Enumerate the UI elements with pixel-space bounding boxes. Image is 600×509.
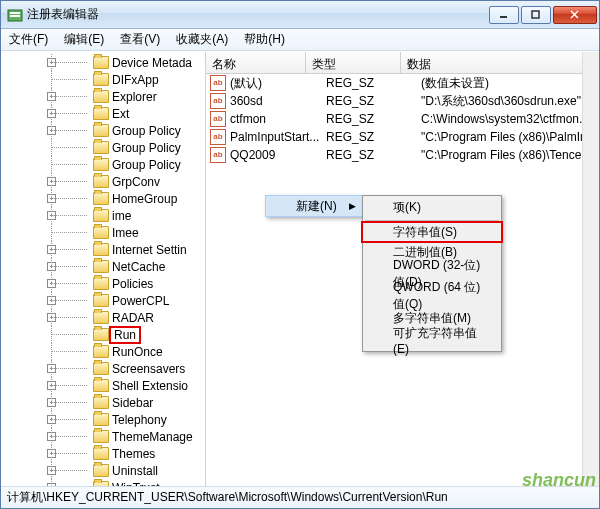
tree-label: WinTrust xyxy=(112,481,160,487)
ctx2-label: 可扩充字符串值(E) xyxy=(393,325,491,356)
tree-label: Screensavers xyxy=(112,362,185,376)
expander-icon[interactable]: + xyxy=(47,398,56,407)
expander-icon[interactable]: + xyxy=(47,126,56,135)
expander-icon[interactable]: + xyxy=(47,262,56,271)
tree-label: HomeGroup xyxy=(112,192,177,206)
tree-node[interactable]: RunOnce xyxy=(1,343,205,360)
menu-file[interactable]: 文件(F) xyxy=(1,28,56,51)
tree-node[interactable]: DIFxApp xyxy=(1,71,205,88)
expander-icon[interactable]: + xyxy=(47,364,56,373)
tree-label: Shell Extensio xyxy=(112,379,188,393)
status-path: 计算机\HKEY_CURRENT_USER\Software\Microsoft… xyxy=(7,489,448,506)
cell-type: REG_SZ xyxy=(326,130,421,144)
folder-icon xyxy=(93,430,109,443)
tree-node[interactable]: +Policies xyxy=(1,275,205,292)
tree-label: PowerCPL xyxy=(112,294,169,308)
folder-icon xyxy=(93,73,109,86)
expander-icon[interactable]: + xyxy=(47,109,56,118)
expander-icon[interactable]: + xyxy=(47,313,56,322)
tree-node[interactable]: Run xyxy=(1,326,205,343)
tree-label: ime xyxy=(112,209,131,223)
expander-icon[interactable]: + xyxy=(47,466,56,475)
folder-icon xyxy=(93,175,109,188)
tree-node[interactable]: +Screensavers xyxy=(1,360,205,377)
ctx-new[interactable]: 新建(N) ▶ xyxy=(265,195,363,217)
tree-node[interactable]: +HomeGroup xyxy=(1,190,205,207)
string-value-icon: ab xyxy=(210,93,226,109)
expander-icon[interactable]: + xyxy=(47,415,56,424)
expander-icon[interactable]: + xyxy=(47,279,56,288)
expander-icon[interactable]: + xyxy=(47,449,56,458)
expander-icon[interactable]: + xyxy=(47,92,56,101)
ctx2-item[interactable]: QWORD (64 位)值(Q) xyxy=(363,285,501,307)
tree-node[interactable]: +ime xyxy=(1,207,205,224)
menu-favorites[interactable]: 收藏夹(A) xyxy=(168,28,236,51)
menu-edit[interactable]: 编辑(E) xyxy=(56,28,112,51)
list-row[interactable]: ab(默认)REG_SZ(数值未设置) xyxy=(206,74,599,92)
context-menu-2[interactable]: 项(K)字符串值(S)二进制值(B)DWORD (32-位)值(D)QWORD … xyxy=(362,195,502,352)
context-menu-1[interactable]: 新建(N) ▶ xyxy=(265,195,363,217)
tree-label: Policies xyxy=(112,277,153,291)
tree-label: ThemeManage xyxy=(112,430,193,444)
cell-name: (默认) xyxy=(230,75,326,92)
tree-node[interactable]: +NetCache xyxy=(1,258,205,275)
list-row[interactable]: abctfmonREG_SZC:\Windows\system32\ctfmon… xyxy=(206,110,599,128)
tree-label: Group Policy xyxy=(112,141,181,155)
expander-icon[interactable]: + xyxy=(47,245,56,254)
statusbar: 计算机\HKEY_CURRENT_USER\Software\Microsoft… xyxy=(1,486,599,508)
tree-node[interactable]: +Device Metada xyxy=(1,54,205,71)
menu-view[interactable]: 查看(V) xyxy=(112,28,168,51)
tree-node[interactable]: +Group Policy xyxy=(1,122,205,139)
col-data[interactable]: 数据 xyxy=(401,52,599,73)
tree-node[interactable]: +Sidebar xyxy=(1,394,205,411)
ctx2-item[interactable]: 字符串值(S) xyxy=(361,221,503,243)
titlebar[interactable]: 注册表编辑器 xyxy=(1,1,599,29)
svg-rect-1 xyxy=(10,12,20,14)
minimize-button[interactable] xyxy=(489,6,519,24)
expander-icon[interactable]: + xyxy=(47,58,56,67)
tree-node[interactable]: +Internet Settin xyxy=(1,241,205,258)
tree-node[interactable]: Group Policy xyxy=(1,156,205,173)
tree-node[interactable]: +WinTrust xyxy=(1,479,205,486)
ctx2-item[interactable]: 项(K) xyxy=(363,196,501,218)
expander-icon[interactable]: + xyxy=(47,296,56,305)
folder-icon xyxy=(93,56,109,69)
list-row[interactable]: abPalmInputStart...REG_SZ"C:\Program Fil… xyxy=(206,128,599,146)
tree-node[interactable]: Group Policy xyxy=(1,139,205,156)
close-button[interactable] xyxy=(553,6,597,24)
expander-icon[interactable]: + xyxy=(47,177,56,186)
expander-icon[interactable]: + xyxy=(47,194,56,203)
list-row[interactable]: abQQ2009REG_SZ"C:\Program Files (x86)\Te… xyxy=(206,146,599,164)
tree-node[interactable]: +Themes xyxy=(1,445,205,462)
tree-node[interactable]: +Explorer xyxy=(1,88,205,105)
expander-icon[interactable]: + xyxy=(47,381,56,390)
tree-node[interactable]: +ThemeManage xyxy=(1,428,205,445)
folder-icon xyxy=(93,107,109,120)
expander-icon[interactable]: + xyxy=(47,483,56,486)
maximize-button[interactable] xyxy=(521,6,551,24)
folder-icon xyxy=(93,481,109,486)
col-type[interactable]: 类型 xyxy=(306,52,401,73)
list-row[interactable]: ab360sdREG_SZ"D:\系统\360sd\360sdrun.exe" xyxy=(206,92,599,110)
tree-node[interactable]: Imee xyxy=(1,224,205,241)
tree-node[interactable]: +PowerCPL xyxy=(1,292,205,309)
folder-icon xyxy=(93,260,109,273)
ctx2-item[interactable]: 可扩充字符串值(E) xyxy=(363,329,501,351)
folder-icon xyxy=(93,447,109,460)
folder-icon xyxy=(93,413,109,426)
tree-node[interactable]: +Shell Extensio xyxy=(1,377,205,394)
tree-pane[interactable]: +Device MetadaDIFxApp+Explorer+Ext+Group… xyxy=(1,52,206,486)
expander-icon[interactable]: + xyxy=(47,432,56,441)
menu-help[interactable]: 帮助(H) xyxy=(236,28,293,51)
col-name[interactable]: 名称 xyxy=(206,52,306,73)
cell-name: 360sd xyxy=(230,94,326,108)
scrollbar[interactable] xyxy=(582,52,599,486)
tree-node[interactable]: +RADAR xyxy=(1,309,205,326)
tree-node[interactable]: +GrpConv xyxy=(1,173,205,190)
tree-label: Ext xyxy=(112,107,129,121)
folder-icon xyxy=(93,345,109,358)
tree-node[interactable]: +Telephony xyxy=(1,411,205,428)
tree-node[interactable]: +Ext xyxy=(1,105,205,122)
expander-icon[interactable]: + xyxy=(47,211,56,220)
tree-node[interactable]: +Uninstall xyxy=(1,462,205,479)
